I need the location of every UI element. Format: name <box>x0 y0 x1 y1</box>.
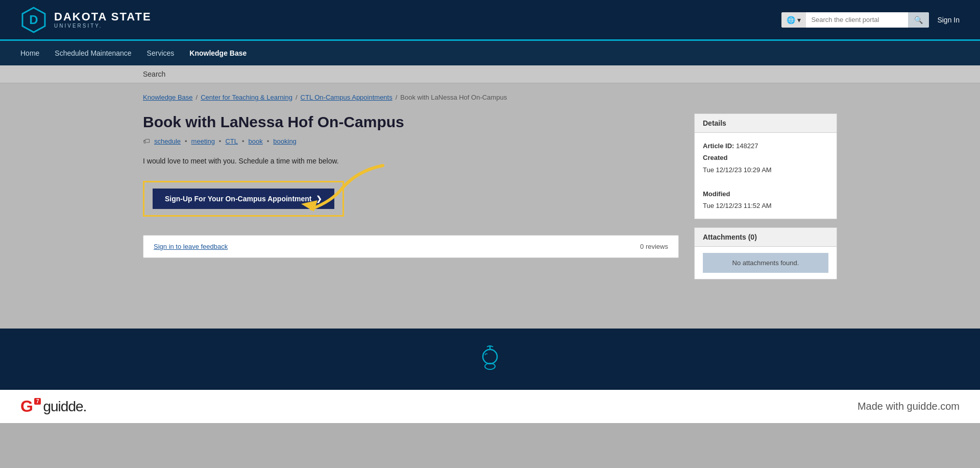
article-body: I would love to meet with you. Schedule … <box>143 155 679 167</box>
signup-highlight-box: Sign-Up For Your On-Campus Appointment ❯ <box>143 181 344 217</box>
tags-row: 🏷 schedule • meeting • CTL • book • book… <box>143 137 679 145</box>
details-header: Details <box>695 114 837 133</box>
breadcrumb-current: Book with LaNessa Hof On-Campus <box>400 93 507 101</box>
created-value: Tue 12/12/23 10:29 AM <box>703 166 772 174</box>
created-label: Created <box>703 152 828 163</box>
header: D DAKOTA STATE UNIVERSITY. 🌐 ▾ 🔍 Sign In <box>0 0 980 41</box>
header-left: D DAKOTA STATE UNIVERSITY. <box>20 7 152 33</box>
signup-area: Sign-Up For Your On-Campus Appointment ❯ <box>143 181 679 217</box>
review-count: 0 reviews <box>640 243 668 250</box>
subnav: Search <box>0 65 980 83</box>
globe-button[interactable]: 🌐 ▾ <box>781 12 806 28</box>
guidde-logo: G 7 guidde. <box>20 397 86 416</box>
tag-icon: 🏷 <box>143 137 150 145</box>
dsu-mascot-icon <box>475 344 505 375</box>
attachments-header: Attachments (0) <box>695 228 837 247</box>
article-id-label: Article ID: 148227 <box>703 142 758 150</box>
svg-point-3 <box>483 349 497 364</box>
article-id-key: Article ID: <box>703 142 734 150</box>
breadcrumb-kb[interactable]: Knowledge Base <box>143 93 193 101</box>
breadcrumb: Knowledge Base / Center for Teaching & L… <box>143 93 837 101</box>
page-content: Knowledge Base / Center for Teaching & L… <box>0 83 980 329</box>
tag-booking[interactable]: booking <box>273 137 297 145</box>
header-right: 🌐 ▾ 🔍 Sign In <box>781 12 960 28</box>
signup-chevron-icon: ❯ <box>316 195 322 203</box>
modified-value: Tue 12/12/23 11:52 AM <box>703 202 772 209</box>
search-icon: 🔍 <box>914 16 923 24</box>
signup-button[interactable]: Sign-Up For Your On-Campus Appointment ❯ <box>153 189 334 209</box>
nav-knowledge-base[interactable]: Knowledge Base <box>189 42 247 64</box>
globe-dropdown-icon: ▾ <box>797 16 801 24</box>
guidde-badge: 7 <box>34 398 41 405</box>
globe-icon: 🌐 <box>787 16 795 24</box>
article-id-value: 148227 <box>736 142 758 150</box>
details-panel: Details Article ID: 148227 Created Tue 1… <box>694 113 837 219</box>
navbar: Home Scheduled Maintenance Services Know… <box>0 41 980 65</box>
sidebar: Details Article ID: 148227 Created Tue 1… <box>694 113 837 279</box>
logo-text: DAKOTA STATE UNIVERSITY. <box>54 11 152 29</box>
main-area: Book with LaNessa Hof On-Campus 🏷 schedu… <box>143 113 837 279</box>
logo-subtitle: UNIVERSITY. <box>54 23 152 29</box>
breadcrumb-ctl-appointments[interactable]: CTL On-Campus Appointments <box>301 93 393 101</box>
breadcrumb-sep-3: / <box>396 93 398 101</box>
search-input[interactable] <box>806 12 908 27</box>
guidde-text: guidde. <box>43 399 86 415</box>
dsu-logo-icon: D <box>20 7 47 33</box>
nav-services[interactable]: Services <box>147 42 175 64</box>
signup-button-label: Sign-Up For Your On-Campus Appointment <box>165 195 312 203</box>
tag-ctl[interactable]: CTL <box>225 137 238 145</box>
tag-meeting[interactable]: meeting <box>191 137 215 145</box>
guidde-made-with: Made with guidde.com <box>857 401 960 412</box>
breadcrumb-sep-1: / <box>196 93 198 101</box>
modified-label: Modified <box>703 188 828 200</box>
search-button[interactable]: 🔍 <box>908 12 929 28</box>
breadcrumb-sep-2: / <box>296 93 298 101</box>
guidde-bar: G 7 guidde. Made with guidde.com <box>0 390 980 423</box>
article: Book with LaNessa Hof On-Campus 🏷 schedu… <box>143 113 679 279</box>
attachments-body: No attachments found. <box>695 247 837 279</box>
footer-logo <box>475 344 505 375</box>
guidde-g-letter: G <box>20 397 33 416</box>
details-body: Article ID: 148227 Created Tue 12/12/23 … <box>695 133 837 219</box>
no-attachments-message: No attachments found. <box>703 253 828 273</box>
feedback-bar: Sign in to leave feedback 0 reviews <box>143 235 679 258</box>
feedback-link[interactable]: Sign in to leave feedback <box>154 243 228 250</box>
signin-button[interactable]: Sign In <box>937 16 960 24</box>
logo-title: DAKOTA STATE <box>54 11 152 23</box>
footer <box>0 329 980 390</box>
nav-scheduled-maintenance[interactable]: Scheduled Maintenance <box>55 42 131 64</box>
article-title: Book with LaNessa Hof On-Campus <box>143 113 679 131</box>
attachments-panel: Attachments (0) No attachments found. <box>694 227 837 279</box>
nav-home[interactable]: Home <box>20 42 39 64</box>
svg-text:D: D <box>29 13 38 27</box>
search-bar: 🌐 ▾ 🔍 <box>781 12 929 28</box>
breadcrumb-ctl[interactable]: Center for Teaching & Learning <box>201 93 292 101</box>
tag-schedule[interactable]: schedule <box>154 137 181 145</box>
subnav-search[interactable]: Search <box>143 70 165 78</box>
tag-book[interactable]: book <box>249 137 263 145</box>
